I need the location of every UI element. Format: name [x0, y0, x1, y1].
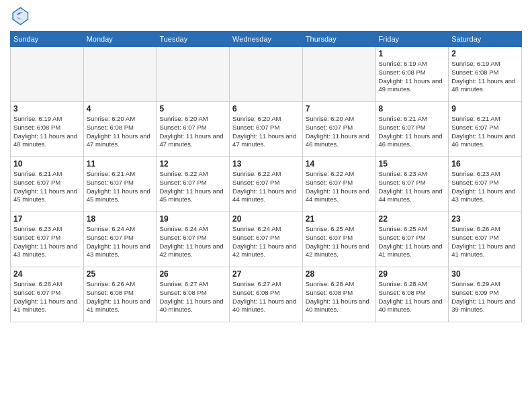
day-info: Sunrise: 6:21 AMSunset: 6:07 PMDaylight:… [451, 115, 519, 149]
day-number: 1 [379, 49, 446, 58]
day-info: Sunrise: 6:26 AMSunset: 6:08 PMDaylight:… [87, 280, 154, 314]
day-number: 7 [306, 104, 373, 113]
day-info: Sunrise: 6:22 AMSunset: 6:07 PMDaylight:… [159, 170, 226, 204]
day-number: 15 [379, 159, 446, 169]
calendar-cell: 8Sunrise: 6:21 AMSunset: 6:07 PMDaylight… [375, 102, 449, 157]
calendar-cell [83, 47, 157, 102]
calendar-cell [11, 47, 84, 102]
day-info: Sunrise: 6:25 AMSunset: 6:07 PMDaylight:… [379, 225, 446, 259]
calendar-cell: 18Sunrise: 6:24 AMSunset: 6:07 PMDayligh… [83, 212, 157, 267]
calendar-cell: 12Sunrise: 6:22 AMSunset: 6:07 PMDayligh… [157, 157, 230, 212]
day-number: 14 [306, 159, 373, 169]
calendar-cell: 20Sunrise: 6:24 AMSunset: 6:07 PMDayligh… [230, 212, 303, 267]
week-row-2: 3Sunrise: 6:19 AMSunset: 6:08 PMDaylight… [11, 102, 522, 157]
calendar-header-row: SundayMondayTuesdayWednesdayThursdayFrid… [11, 32, 522, 47]
day-number: 10 [13, 159, 81, 169]
day-info: Sunrise: 6:21 AMSunset: 6:07 PMDaylight:… [87, 170, 154, 204]
page: SundayMondayTuesdayWednesdayThursdayFrid… [0, 0, 532, 329]
day-number: 5 [159, 104, 226, 113]
calendar-cell: 10Sunrise: 6:21 AMSunset: 6:07 PMDayligh… [11, 157, 84, 212]
day-number: 25 [87, 269, 154, 279]
day-info: Sunrise: 6:20 AMSunset: 6:08 PMDaylight:… [87, 115, 154, 149]
day-number: 12 [159, 159, 226, 169]
calendar-cell: 26Sunrise: 6:27 AMSunset: 6:08 PMDayligh… [157, 267, 230, 322]
day-info: Sunrise: 6:27 AMSunset: 6:08 PMDaylight:… [232, 280, 300, 314]
day-number: 6 [232, 104, 300, 113]
calendar-cell: 5Sunrise: 6:20 AMSunset: 6:07 PMDaylight… [157, 102, 230, 157]
week-row-3: 10Sunrise: 6:21 AMSunset: 6:07 PMDayligh… [11, 157, 522, 212]
day-info: Sunrise: 6:23 AMSunset: 6:07 PMDaylight:… [451, 170, 519, 204]
day-number: 2 [451, 49, 519, 58]
day-number: 4 [87, 104, 154, 113]
calendar-cell: 6Sunrise: 6:20 AMSunset: 6:07 PMDaylight… [230, 102, 303, 157]
day-number: 22 [379, 214, 446, 224]
day-number: 8 [379, 104, 446, 113]
day-header-monday: Monday [83, 32, 157, 47]
day-header-sunday: Sunday [11, 32, 84, 47]
day-info: Sunrise: 6:22 AMSunset: 6:07 PMDaylight:… [232, 170, 300, 204]
day-number: 29 [379, 269, 446, 279]
day-info: Sunrise: 6:28 AMSunset: 6:08 PMDaylight:… [379, 280, 446, 314]
calendar-cell: 24Sunrise: 6:26 AMSunset: 6:07 PMDayligh… [11, 267, 84, 322]
day-info: Sunrise: 6:20 AMSunset: 6:07 PMDaylight:… [306, 115, 373, 149]
calendar-cell [157, 47, 230, 102]
day-info: Sunrise: 6:21 AMSunset: 6:07 PMDaylight:… [379, 115, 446, 149]
day-number: 17 [13, 214, 81, 224]
day-number: 26 [159, 269, 226, 279]
calendar-cell: 1Sunrise: 6:19 AMSunset: 6:08 PMDaylight… [375, 47, 449, 102]
day-info: Sunrise: 6:24 AMSunset: 6:07 PMDaylight:… [232, 225, 300, 259]
day-info: Sunrise: 6:19 AMSunset: 6:08 PMDaylight:… [13, 115, 81, 149]
day-info: Sunrise: 6:29 AMSunset: 6:09 PMDaylight:… [451, 280, 519, 314]
day-number: 30 [451, 269, 519, 279]
day-info: Sunrise: 6:22 AMSunset: 6:07 PMDaylight:… [306, 170, 373, 204]
week-row-4: 17Sunrise: 6:23 AMSunset: 6:07 PMDayligh… [11, 212, 522, 267]
calendar-cell: 2Sunrise: 6:19 AMSunset: 6:08 PMDaylight… [449, 47, 522, 102]
calendar-cell: 7Sunrise: 6:20 AMSunset: 6:07 PMDaylight… [302, 102, 375, 157]
calendar-cell: 17Sunrise: 6:23 AMSunset: 6:07 PMDayligh… [11, 212, 84, 267]
calendar-table: SundayMondayTuesdayWednesdayThursdayFrid… [10, 31, 522, 322]
day-number: 21 [306, 214, 373, 224]
day-info: Sunrise: 6:21 AMSunset: 6:07 PMDaylight:… [13, 170, 81, 204]
day-number: 16 [451, 159, 519, 169]
calendar-cell: 16Sunrise: 6:23 AMSunset: 6:07 PMDayligh… [449, 157, 522, 212]
calendar-cell [302, 47, 375, 102]
day-number: 13 [232, 159, 300, 169]
calendar-cell: 3Sunrise: 6:19 AMSunset: 6:08 PMDaylight… [11, 102, 84, 157]
day-header-thursday: Thursday [302, 32, 375, 47]
calendar-cell: 11Sunrise: 6:21 AMSunset: 6:07 PMDayligh… [83, 157, 157, 212]
calendar-cell: 25Sunrise: 6:26 AMSunset: 6:08 PMDayligh… [83, 267, 157, 322]
day-number: 18 [87, 214, 154, 224]
day-info: Sunrise: 6:26 AMSunset: 6:07 PMDaylight:… [13, 280, 81, 314]
calendar-cell [230, 47, 303, 102]
day-number: 23 [451, 214, 519, 224]
day-info: Sunrise: 6:24 AMSunset: 6:07 PMDaylight:… [87, 225, 154, 259]
day-info: Sunrise: 6:20 AMSunset: 6:07 PMDaylight:… [232, 115, 300, 149]
calendar-cell: 15Sunrise: 6:23 AMSunset: 6:07 PMDayligh… [375, 157, 449, 212]
calendar-cell: 21Sunrise: 6:25 AMSunset: 6:07 PMDayligh… [302, 212, 375, 267]
week-row-5: 24Sunrise: 6:26 AMSunset: 6:07 PMDayligh… [11, 267, 522, 322]
day-header-saturday: Saturday [449, 32, 522, 47]
calendar-cell: 27Sunrise: 6:27 AMSunset: 6:08 PMDayligh… [230, 267, 303, 322]
logo-icon [10, 7, 29, 26]
day-info: Sunrise: 6:25 AMSunset: 6:07 PMDaylight:… [306, 225, 373, 259]
calendar-cell: 13Sunrise: 6:22 AMSunset: 6:07 PMDayligh… [230, 157, 303, 212]
day-number: 9 [451, 104, 519, 113]
day-header-tuesday: Tuesday [157, 32, 230, 47]
day-info: Sunrise: 6:23 AMSunset: 6:07 PMDaylight:… [13, 225, 81, 259]
calendar-cell: 22Sunrise: 6:25 AMSunset: 6:07 PMDayligh… [375, 212, 449, 267]
day-info: Sunrise: 6:20 AMSunset: 6:07 PMDaylight:… [159, 115, 226, 149]
day-info: Sunrise: 6:19 AMSunset: 6:08 PMDaylight:… [451, 60, 519, 94]
calendar-cell: 28Sunrise: 6:28 AMSunset: 6:08 PMDayligh… [302, 267, 375, 322]
calendar-cell: 29Sunrise: 6:28 AMSunset: 6:08 PMDayligh… [375, 267, 449, 322]
day-number: 19 [159, 214, 226, 224]
day-info: Sunrise: 6:24 AMSunset: 6:07 PMDaylight:… [159, 225, 226, 259]
header [10, 7, 522, 26]
day-number: 28 [306, 269, 373, 279]
week-row-1: 1Sunrise: 6:19 AMSunset: 6:08 PMDaylight… [11, 47, 522, 102]
day-info: Sunrise: 6:23 AMSunset: 6:07 PMDaylight:… [379, 170, 446, 204]
calendar-cell: 9Sunrise: 6:21 AMSunset: 6:07 PMDaylight… [449, 102, 522, 157]
day-number: 24 [13, 269, 81, 279]
calendar-cell: 19Sunrise: 6:24 AMSunset: 6:07 PMDayligh… [157, 212, 230, 267]
calendar-cell: 4Sunrise: 6:20 AMSunset: 6:08 PMDaylight… [83, 102, 157, 157]
calendar-cell: 23Sunrise: 6:26 AMSunset: 6:07 PMDayligh… [449, 212, 522, 267]
